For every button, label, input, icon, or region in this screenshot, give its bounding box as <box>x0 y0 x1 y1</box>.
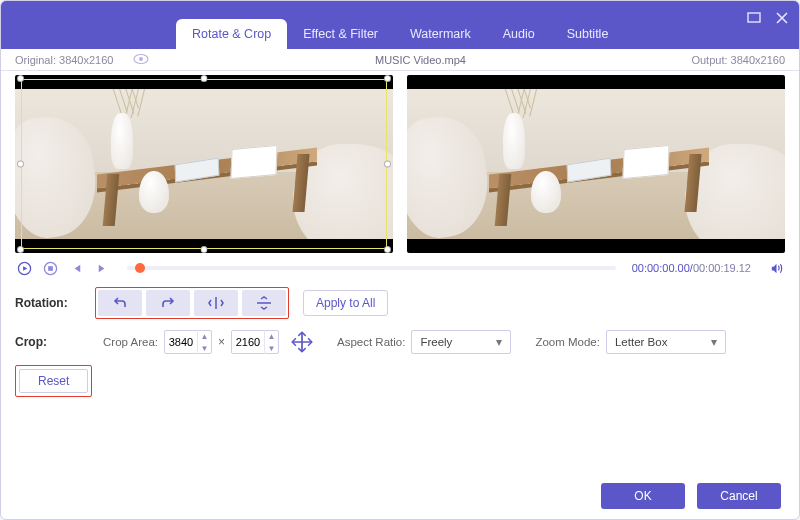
original-resolution: Original: 3840x2160 <box>15 54 113 66</box>
crop-handle-sw[interactable] <box>17 246 24 253</box>
crop-area-label: Crop Area: <box>103 336 158 348</box>
crop-height-up[interactable]: ▲ <box>265 330 278 342</box>
zoom-mode-select[interactable]: Letter Box ▾ <box>606 330 726 354</box>
crop-height-input[interactable]: 2160 ▲ ▼ <box>231 330 279 354</box>
crop-handle-se[interactable] <box>384 246 391 253</box>
seek-track[interactable] <box>127 266 616 270</box>
preview-row <box>1 71 799 253</box>
tab-rotate-crop[interactable]: Rotate & Crop <box>176 19 287 49</box>
crop-height-down[interactable]: ▼ <box>265 342 278 354</box>
play-button[interactable] <box>15 259 33 277</box>
apply-to-all-button[interactable]: Apply to All <box>303 290 388 316</box>
crop-handle-nw[interactable] <box>17 75 24 82</box>
aspect-ratio-select[interactable]: Freely ▾ <box>411 330 511 354</box>
flip-horizontal-button[interactable] <box>194 290 238 316</box>
crop-rectangle[interactable] <box>21 79 387 249</box>
stop-button[interactable] <box>41 259 59 277</box>
reset-row: Reset <box>15 365 785 397</box>
svg-point-2 <box>139 57 143 61</box>
crop-width-value: 3840 <box>165 336 197 348</box>
aspect-ratio-value: Freely <box>420 336 452 348</box>
crop-handle-w[interactable] <box>17 161 24 168</box>
rotate-left-button[interactable] <box>98 290 142 316</box>
playback-bar: 00:00:00.00/00:00:19.12 <box>1 253 799 279</box>
crop-height-spinner: ▲ ▼ <box>264 330 278 354</box>
editor-window: Rotate & Crop Effect & Filter Watermark … <box>0 0 800 520</box>
time-display: 00:00:00.00/00:00:19.12 <box>632 262 751 274</box>
output-preview <box>407 75 785 253</box>
crop-label: Crop: <box>15 335 95 349</box>
crop-width-input[interactable]: 3840 ▲ ▼ <box>164 330 212 354</box>
rotation-button-group <box>95 287 289 319</box>
footer: OK Cancel <box>1 473 799 519</box>
next-frame-button[interactable] <box>93 259 111 277</box>
svg-rect-5 <box>48 266 53 271</box>
crop-handle-n[interactable] <box>201 75 208 82</box>
aspect-ratio-label: Aspect Ratio: <box>337 336 405 348</box>
prev-frame-button[interactable] <box>67 259 85 277</box>
center-crop-button[interactable] <box>291 331 313 353</box>
crop-width-spinner: ▲ ▼ <box>197 330 211 354</box>
svg-rect-0 <box>748 13 760 22</box>
crop-width-up[interactable]: ▲ <box>198 330 211 342</box>
reset-button[interactable]: Reset <box>19 369 88 393</box>
chevron-down-icon: ▾ <box>711 335 717 349</box>
tab-audio[interactable]: Audio <box>487 19 551 49</box>
minimize-button[interactable] <box>745 9 763 27</box>
chevron-down-icon: ▾ <box>496 335 502 349</box>
crop-handle-e[interactable] <box>384 161 391 168</box>
info-strip: Original: 3840x2160 MUSIC Video.mp4 Outp… <box>1 49 799 71</box>
crop-width-down[interactable]: ▼ <box>198 342 211 354</box>
tab-watermark[interactable]: Watermark <box>394 19 487 49</box>
ok-button[interactable]: OK <box>601 483 685 509</box>
zoom-mode-label: Zoom Mode: <box>535 336 600 348</box>
window-controls <box>745 9 791 27</box>
zoom-mode-value: Letter Box <box>615 336 667 348</box>
current-time: 00:00:00.00 <box>632 262 690 274</box>
tab-effect-filter[interactable]: Effect & Filter <box>287 19 394 49</box>
rotate-right-button[interactable] <box>146 290 190 316</box>
rotation-row: Rotation: Apply to All <box>15 287 785 319</box>
tab-strip: Rotate & Crop Effect & Filter Watermark … <box>176 1 624 49</box>
duration-time: 00:00:19.12 <box>693 262 751 274</box>
titlebar: Rotate & Crop Effect & Filter Watermark … <box>1 1 799 49</box>
flip-vertical-button[interactable] <box>242 290 286 316</box>
volume-icon[interactable] <box>767 259 785 277</box>
crop-dim-separator: × <box>218 335 225 349</box>
crop-row: Crop: Crop Area: 3840 ▲ ▼ × 2160 ▲ ▼ A <box>15 327 785 357</box>
tab-subtitle[interactable]: Subtitle <box>551 19 625 49</box>
rotation-label: Rotation: <box>15 296 95 310</box>
preview-toggle-icon[interactable] <box>133 53 149 67</box>
seek-playhead[interactable] <box>135 263 145 273</box>
output-resolution: Output: 3840x2160 <box>691 54 785 66</box>
source-preview[interactable] <box>15 75 393 253</box>
crop-handle-s[interactable] <box>201 246 208 253</box>
filename-label: MUSIC Video.mp4 <box>149 54 691 66</box>
crop-handle-ne[interactable] <box>384 75 391 82</box>
cancel-button[interactable]: Cancel <box>697 483 781 509</box>
close-button[interactable] <box>773 9 791 27</box>
controls-area: Rotation: Apply to All Crop: Crop Area: <box>1 279 799 473</box>
reset-highlight: Reset <box>15 365 92 397</box>
crop-height-value: 2160 <box>232 336 264 348</box>
